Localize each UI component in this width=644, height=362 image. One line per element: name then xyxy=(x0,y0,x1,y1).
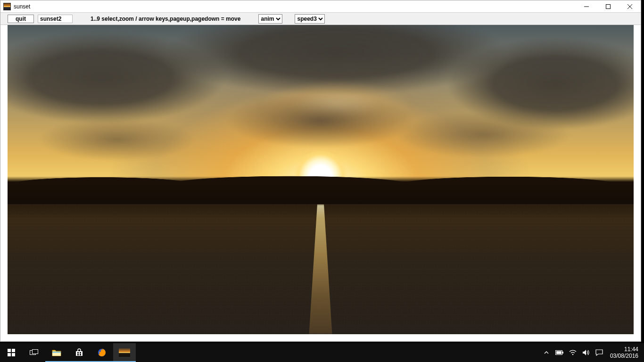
firefox-icon xyxy=(97,348,107,357)
tray-chevron-icon[interactable] xyxy=(542,348,551,357)
sunset-app-icon xyxy=(119,348,130,357)
speed-select[interactable]: speed3 xyxy=(295,14,325,24)
svg-rect-12 xyxy=(80,354,81,355)
svg-rect-3 xyxy=(8,353,11,356)
svg-rect-15 xyxy=(562,352,563,354)
sunset-app-taskbar[interactable] xyxy=(113,343,136,362)
sunset-image xyxy=(8,25,634,334)
image-viewport[interactable] xyxy=(8,25,634,334)
firefox-taskbar[interactable] xyxy=(91,343,113,362)
volume-icon[interactable] xyxy=(582,348,590,357)
svg-rect-9 xyxy=(77,352,79,354)
titlebar: sunset xyxy=(0,0,641,13)
store-taskbar[interactable] xyxy=(68,343,91,362)
svg-rect-16 xyxy=(556,351,561,354)
close-button[interactable] xyxy=(619,0,641,13)
taskbar-clock[interactable]: 11:44 03/08/2016 xyxy=(608,346,642,359)
svg-rect-1 xyxy=(8,349,11,352)
action-center-icon[interactable] xyxy=(595,348,603,357)
filename-field[interactable]: sunset2 xyxy=(38,15,73,23)
svg-rect-11 xyxy=(77,354,79,355)
app-icon xyxy=(3,3,11,10)
system-tray: 11:44 03/08/2016 xyxy=(542,346,644,359)
anim-select[interactable]: anim xyxy=(258,14,282,24)
keyboard-help-text: 1..9 select,zoom / arrow keys,pageup,pag… xyxy=(91,16,240,22)
svg-rect-2 xyxy=(12,349,15,352)
wifi-icon[interactable] xyxy=(569,348,577,357)
maximize-button[interactable] xyxy=(597,0,619,13)
taskbar: 11:44 03/08/2016 xyxy=(0,343,644,362)
store-icon xyxy=(75,348,83,357)
window-title: sunset xyxy=(14,3,30,10)
svg-rect-8 xyxy=(52,352,61,353)
start-button[interactable] xyxy=(0,343,23,362)
svg-rect-6 xyxy=(33,350,38,354)
folder-icon xyxy=(52,349,61,356)
minimize-button[interactable] xyxy=(576,0,597,13)
battery-icon[interactable] xyxy=(555,348,564,357)
quit-button[interactable]: quit xyxy=(8,15,34,23)
clock-time: 11:44 xyxy=(610,346,638,353)
svg-rect-0 xyxy=(606,4,611,8)
windows-logo-icon xyxy=(8,349,15,356)
toolbar: quit sunset2 1..9 select,zoom / arrow ke… xyxy=(0,13,641,25)
svg-rect-4 xyxy=(12,353,15,356)
svg-point-17 xyxy=(572,354,574,355)
app-window: sunset quit sunset2 1..9 select,zoom / a… xyxy=(0,0,641,342)
task-view-button[interactable] xyxy=(23,343,45,362)
clock-date: 03/08/2016 xyxy=(610,353,638,359)
svg-rect-10 xyxy=(80,352,81,354)
file-explorer-taskbar[interactable] xyxy=(45,343,68,362)
task-view-icon xyxy=(30,349,38,356)
